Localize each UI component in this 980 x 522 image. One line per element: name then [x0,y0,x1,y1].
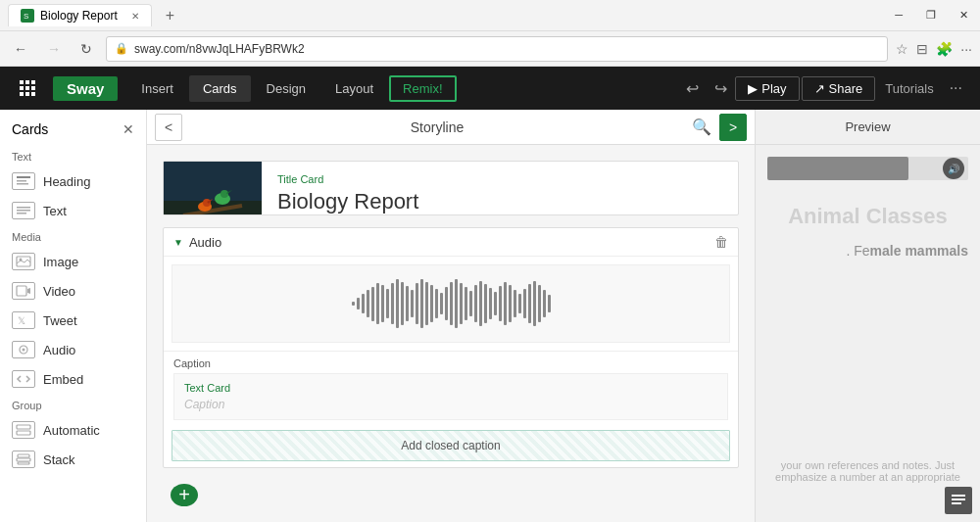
svg-rect-23 [17,425,30,429]
redo-button[interactable]: ↪ [709,77,733,100]
tab-close-btn[interactable]: ✕ [131,11,139,22]
add-caption-button[interactable]: Add closed caption [172,430,730,461]
svg-rect-5 [20,86,24,90]
video-card-item[interactable]: Video [0,276,146,306]
waveform-bar [509,285,512,322]
tutorials-button[interactable]: Tutorials [877,77,941,100]
sway-logo[interactable]: Sway [53,76,118,101]
image-card-item[interactable]: Image [0,247,146,276]
cards-panel-title: Cards [12,121,48,137]
settings-icon[interactable]: ··· [960,41,972,57]
prev-arrow-button[interactable]: < [155,114,182,141]
automatic-card-label: Automatic [43,423,100,438]
waveform-bar [445,287,448,320]
svg-rect-16 [17,213,26,214]
waveform-bar [474,285,477,322]
tweet-card-item[interactable]: 𝕏 Tweet [0,306,146,335]
remix-button[interactable]: Remix! [389,75,456,102]
address-input[interactable]: 🔒 sway.com/n8vwJqLHAFyBRWk2 [106,36,888,62]
automatic-card-item[interactable]: Automatic [0,415,146,445]
preview-female-text: . Female mammals [846,243,968,259]
next-arrow-button[interactable]: > [719,114,747,141]
play-button[interactable]: ▶ Play [735,76,799,101]
audio-speaker-icon: 🔊 [948,164,959,174]
svg-point-34 [203,199,211,207]
undo-button[interactable]: ↩ [680,77,705,100]
svg-rect-36 [952,498,965,500]
stack-card-label: Stack [43,452,75,467]
audio-collapse-icon[interactable]: ▼ [173,237,183,248]
waveform-bar [518,294,521,313]
audio-card-item[interactable]: Audio [0,335,146,364]
heading-card-item[interactable]: Heading [0,166,146,196]
text-card-inner[interactable]: Text Card Caption [173,373,728,420]
hub-icon[interactable]: ⊟ [916,41,928,57]
play-label: Play [761,81,786,96]
waveform-bar [367,290,369,317]
extension-icon[interactable]: 🧩 [936,41,953,57]
design-button[interactable]: Design [253,75,319,102]
svg-rect-13 [17,183,28,185]
bookmark-icon[interactable]: ☆ [896,41,908,57]
waveform-bar [499,286,502,321]
audio-icon [12,341,35,358]
heading-card-label: Heading [43,174,90,189]
waveform-bar [425,282,428,325]
svg-rect-24 [17,431,30,435]
share-label: Share [829,81,863,96]
tweet-icon: 𝕏 [12,311,35,329]
refresh-button[interactable]: ↻ [74,39,98,59]
waveform-bar [435,289,438,318]
waveform-bar [533,281,536,326]
waveform-bar [352,302,355,306]
waveform-bar [450,282,453,325]
add-content-button[interactable]: + [171,484,198,506]
close-button[interactable]: ✕ [956,9,972,22]
audio-delete-button[interactable]: 🗑 [714,234,728,250]
waveform-bar [406,286,409,321]
waveform-bar [455,279,458,328]
text-card-item[interactable]: Text [0,196,146,225]
svg-rect-4 [31,80,35,84]
svg-point-32 [220,190,228,198]
new-tab-button[interactable]: + [160,7,180,24]
minimize-button[interactable]: ─ [891,9,906,22]
address-bar-icons: ☆ ⊟ 🧩 ··· [896,41,972,57]
svg-text:𝕏: 𝕏 [18,315,25,326]
titlebar-right: ─ ❐ ✕ [891,9,972,22]
preview-notes-button[interactable] [945,487,972,514]
heading-icon [12,172,35,190]
image-icon [12,253,35,270]
preview-audio-button[interactable]: 🔊 [943,158,964,179]
title-card-image [164,162,262,215]
layout-button[interactable]: Layout [321,75,387,102]
svg-rect-27 [18,462,29,464]
maximize-button[interactable]: ❐ [922,9,940,22]
back-button[interactable]: ← [8,39,33,59]
cards-close-button[interactable]: ✕ [122,121,134,137]
stack-card-item[interactable]: Stack [0,445,146,474]
embed-card-label: Embed [43,372,83,387]
insert-button[interactable]: Insert [127,75,187,102]
automatic-icon [12,421,35,439]
audio-card-header: ▼ Audio 🗑 [164,228,738,257]
forward-button[interactable]: → [41,39,67,59]
share-button[interactable]: ↗ Share [802,76,876,101]
embed-icon [12,370,35,388]
cards-panel-header: Cards ✕ [0,118,146,145]
preview-header: Preview [756,110,980,145]
main-layout: Cards ✕ Text Heading Text Media Image [0,110,980,522]
text-card-label: Text [43,204,67,218]
browser-tab[interactable]: S Biology Report ✕ [8,4,152,26]
waveform-bar [494,292,497,315]
embed-card-item[interactable]: Embed [0,364,146,394]
search-button[interactable]: 🔍 [692,118,711,136]
svg-point-22 [23,349,25,352]
grid-button[interactable] [12,72,43,104]
more-button[interactable]: ··· [944,75,968,101]
preview-progress-bar: 🔊 [767,157,968,180]
title-card[interactable]: Title Card Biology Report [163,161,739,215]
cards-button[interactable]: Cards [189,75,251,102]
preview-bottom-text: your own references and notes. Just emph… [756,459,980,483]
svg-text:S: S [24,12,28,21]
